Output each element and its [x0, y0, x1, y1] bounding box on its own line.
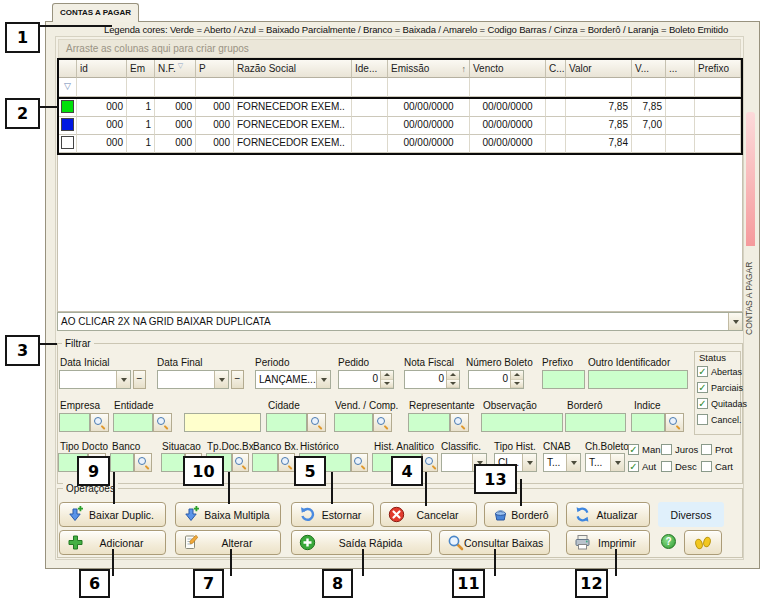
data-inicial-clear-button[interactable]: − — [133, 370, 146, 389]
hist-analitico-search-button[interactable] — [422, 453, 438, 472]
grid-auto-filter-row[interactable]: ▽ — [59, 78, 741, 99]
banco-bx-field[interactable] — [252, 453, 278, 472]
side-tab-strip[interactable] — [746, 112, 755, 246]
checkbox-icon[interactable] — [661, 461, 672, 472]
checkbox-icon[interactable] — [661, 444, 672, 455]
cidade-field[interactable] — [266, 413, 307, 432]
chevron-down-icon[interactable] — [522, 454, 536, 471]
col-header-ide[interactable]: Ide... — [352, 60, 388, 78]
cell-p: 000 — [196, 117, 234, 135]
col-header-razao-social[interactable]: Razão Social — [234, 60, 352, 78]
periodo-combo[interactable]: LANÇAME... — [255, 370, 331, 389]
chevron-down-icon[interactable] — [728, 313, 742, 330]
column-filter-icon[interactable]: ▽ — [178, 62, 183, 70]
entidade-search-button[interactable] — [153, 413, 172, 432]
representante-field[interactable] — [408, 413, 450, 432]
imprimir-button[interactable]: Imprimir — [566, 530, 650, 555]
checkbox-parciais[interactable]: ✓ Parciais — [697, 382, 743, 393]
filter-funnel-icon[interactable]: ▽ — [64, 81, 71, 91]
numero-boleto-spinner[interactable]: 0 — [468, 370, 524, 389]
empresa-field[interactable] — [59, 413, 90, 432]
checkbox-juros[interactable]: Juros — [661, 444, 698, 455]
checkbox-aut[interactable]: ✓ Aut — [628, 461, 656, 472]
outro-identificador-field[interactable] — [588, 370, 688, 389]
bordero-field[interactable] — [565, 413, 626, 432]
empresa-search-button[interactable] — [90, 413, 109, 432]
alterar-button[interactable]: Alterar — [175, 530, 281, 555]
baixa-multipla-button[interactable]: Baixa Multipla — [175, 502, 281, 527]
spinner-buttons[interactable] — [446, 371, 459, 388]
checkbox-quitadas[interactable]: ✓ Quitadas — [697, 398, 747, 409]
side-tab-contas-a-pagar[interactable]: CONTAS A PAGAR — [744, 249, 757, 335]
checkbox-icon[interactable]: ✓ — [697, 366, 708, 377]
nota-fiscal-spinner[interactable]: 0 — [404, 370, 460, 389]
cnab-combo[interactable]: T... — [543, 453, 581, 472]
chevron-down-icon[interactable] — [566, 454, 580, 471]
cidade-search-button[interactable] — [307, 413, 326, 432]
estornar-button[interactable]: Estornar — [291, 502, 374, 527]
checkbox-abertas[interactable]: ✓ Abertas — [697, 366, 742, 377]
double-click-action-combo[interactable]: AO CLICAR 2X NA GRID BAIXAR DUPLICATA — [57, 312, 743, 331]
indice-search-button[interactable] — [665, 413, 684, 432]
col-header-emissao[interactable]: Emissão↑ — [388, 60, 470, 78]
entidade-field[interactable] — [113, 413, 153, 432]
chevron-down-icon[interactable] — [214, 371, 228, 388]
tab-contas-a-pagar[interactable]: CONTAS A PAGAR — [52, 3, 139, 22]
chevron-down-icon[interactable] — [116, 371, 130, 388]
col-header-vencto[interactable]: Vencto — [470, 60, 546, 78]
observacao-field[interactable] — [481, 413, 563, 432]
col-header-dots[interactable]: ... — [666, 60, 695, 78]
checkbox-icon[interactable]: ✓ — [697, 382, 708, 393]
checkbox-icon[interactable]: ✓ — [697, 398, 708, 409]
col-header-prefixo[interactable]: Prefixo — [695, 60, 741, 78]
checkbox-icon[interactable]: ✓ — [628, 444, 639, 455]
checkbox-cart[interactable]: Cart — [701, 461, 733, 472]
prefixo-field[interactable] — [542, 370, 585, 389]
entidade-nome-field[interactable] — [184, 413, 261, 432]
col-header-id[interactable]: id — [77, 60, 127, 78]
data-inicial-field[interactable] — [59, 370, 131, 389]
col-header-em[interactable]: Em — [127, 60, 155, 78]
diversos-label[interactable]: Diversos — [658, 502, 724, 527]
data-final-clear-button[interactable]: − — [231, 370, 244, 389]
ch-boleto-combo[interactable]: T... — [585, 453, 625, 472]
data-final-field[interactable] — [157, 370, 229, 389]
pedido-spinner[interactable]: 0 — [338, 370, 394, 389]
checkbox-cancel[interactable]: Cancel. — [697, 414, 742, 425]
checkbox-icon[interactable] — [701, 444, 712, 455]
group-by-bar[interactable]: Arraste as colunas aqui para criar grupo… — [58, 39, 741, 58]
grid-row-3[interactable]: 000 1 000 000 FORNECEDOR EXEM.. 00/00/00… — [59, 135, 741, 153]
col-header-valor[interactable]: Valor — [566, 60, 632, 78]
checkbox-prot[interactable]: Prot — [701, 444, 732, 455]
col-header-v[interactable]: V... — [632, 60, 666, 78]
baixar-duplic-button[interactable]: Baixar Duplic. — [59, 502, 166, 527]
help-icon[interactable]: ? — [661, 534, 676, 549]
audit-trail-button[interactable] — [684, 530, 722, 555]
banco-field[interactable] — [110, 453, 134, 472]
historico-search-button[interactable] — [351, 453, 368, 472]
checkbox-desc[interactable]: Desc — [661, 461, 697, 472]
spinner-buttons[interactable] — [510, 371, 523, 388]
spinner-buttons[interactable] — [380, 371, 393, 388]
situacao-field[interactable] — [161, 453, 185, 472]
grid-row-2[interactable]: 000 1 000 000 FORNECEDOR EXEM.. 00/00/00… — [59, 117, 741, 135]
col-header-p[interactable]: P — [196, 60, 234, 78]
vend-comp-field[interactable] — [334, 413, 373, 432]
chevron-down-icon[interactable] — [610, 454, 624, 471]
col-header-nf[interactable]: N.F.▽ — [155, 60, 196, 78]
checkbox-icon[interactable]: ✓ — [628, 461, 639, 472]
chevron-down-icon[interactable] — [316, 371, 330, 388]
banco-bx-search-button[interactable] — [278, 453, 295, 472]
vend-comp-search-button[interactable] — [373, 413, 392, 432]
atualizar-button[interactable]: Atualizar — [566, 502, 650, 527]
checkbox-icon[interactable] — [697, 414, 708, 425]
tp-doc-bx-search-button[interactable] — [232, 453, 249, 472]
banco-search-button[interactable] — [134, 453, 152, 472]
cancelar-button[interactable]: Cancelar — [380, 502, 477, 527]
checkbox-man[interactable]: ✓ Man — [628, 444, 660, 455]
checkbox-icon[interactable] — [701, 461, 712, 472]
grid-row-1[interactable]: 000 1 000 000 FORNECEDOR EXEM.. 00/00/00… — [59, 99, 741, 117]
representante-search-button[interactable] — [450, 413, 469, 432]
indice-field[interactable] — [631, 413, 665, 432]
col-header-c[interactable]: C... — [546, 60, 566, 78]
